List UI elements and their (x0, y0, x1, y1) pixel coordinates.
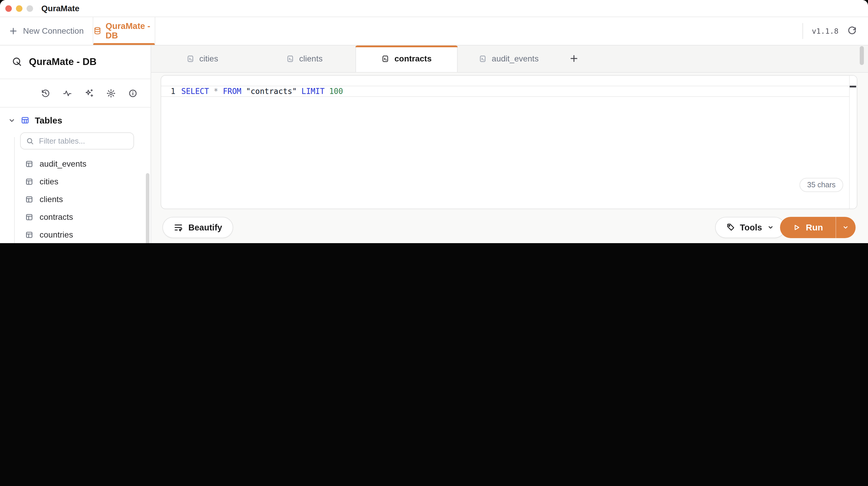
table-name: contracts (39, 212, 73, 222)
table-name: cities (39, 177, 58, 186)
table-list-item[interactable]: contracts (0, 208, 151, 226)
connection-bar: New Connection QuraMate - DB v1.1.8 (0, 17, 868, 45)
window-title: QuraMate (41, 4, 80, 13)
sparkles-icon[interactable] (85, 88, 94, 98)
sidebar: QuraMate - DB (0, 45, 151, 243)
connection-tab-label: QuraMate - DB (105, 22, 154, 40)
sidebar-toolbar (0, 79, 151, 108)
tables-icon (21, 116, 30, 125)
table-icon (25, 195, 34, 204)
query-tab[interactable]: cities (151, 45, 253, 72)
query-tab[interactable]: clients (253, 45, 355, 72)
activity-icon[interactable] (63, 88, 72, 98)
table-list-item[interactable]: cities (0, 173, 151, 190)
char-count-badge: 35 chars (800, 177, 843, 192)
line-number: 1 (161, 87, 181, 96)
add-tab-button[interactable] (569, 54, 579, 63)
minimap-code-mark (850, 85, 856, 87)
query-tab-label: audit_events (492, 54, 539, 63)
close-window-button[interactable] (5, 5, 12, 11)
chevron-down-icon (767, 224, 774, 231)
beautify-button[interactable]: Beautify (162, 217, 233, 238)
wrap-text-icon (174, 223, 183, 232)
editor-active-line: 1 SELECT * FROM "contracts" LIMIT 100 (161, 85, 849, 97)
table-icon (25, 159, 34, 168)
new-connection-button[interactable]: New Connection (0, 17, 92, 45)
query-tabstrip: cities clients contracts (151, 45, 868, 73)
tables-section-header[interactable]: Tables (0, 108, 151, 131)
query-tab-label: clients (299, 54, 322, 63)
main-panel: cities clients contracts (151, 45, 868, 243)
query-tab[interactable]: contracts (355, 45, 458, 72)
app-version: v1.1.8 (812, 27, 838, 35)
table-icon (25, 212, 34, 221)
file-code-icon (186, 55, 194, 63)
file-code-icon (286, 55, 294, 63)
query-tab-label: contracts (395, 54, 432, 63)
tag-icon (726, 223, 735, 232)
play-icon (792, 223, 800, 231)
tables-list: audit_events cities clients (0, 155, 151, 243)
table-name: countries (39, 230, 73, 239)
database-icon (93, 27, 101, 35)
tables-section-label: Tables (35, 115, 62, 125)
tables-filter-input[interactable] (20, 132, 134, 149)
sidebar-header: QuraMate - DB (0, 45, 151, 79)
window-controls (5, 5, 33, 11)
editor-minimap[interactable] (849, 75, 857, 208)
run-label: Run (806, 222, 823, 232)
file-code-icon (381, 55, 389, 63)
table-name: audit_events (39, 159, 87, 168)
zoom-window-button[interactable] (27, 5, 33, 11)
run-options-button[interactable] (836, 217, 855, 238)
table-list-item[interactable]: countries (0, 226, 151, 243)
connection-bar-right: v1.1.8 (802, 17, 868, 45)
run-split-button: Run (780, 217, 855, 238)
new-connection-label: New Connection (23, 26, 84, 36)
window-scrollbar-top[interactable] (860, 46, 864, 65)
table-list-item[interactable]: audit_events (0, 155, 151, 173)
minimize-window-button[interactable] (16, 5, 23, 11)
query-tab-label: cities (199, 54, 218, 63)
refresh-icon[interactable] (847, 26, 857, 36)
tables-filter (20, 132, 134, 149)
connection-name: QuraMate - DB (29, 56, 97, 68)
app-window: QuraMate New Connection QuraMate - DB v1… (0, 0, 868, 243)
divider (802, 23, 803, 39)
tables-tree: Tables audit_events (0, 108, 151, 243)
sidebar-scrollbar[interactable] (146, 173, 149, 243)
tools-label: Tools (740, 223, 762, 232)
beautify-label: Beautify (188, 223, 222, 232)
connection-tab[interactable]: QuraMate - DB (92, 17, 155, 45)
history-icon[interactable] (41, 88, 50, 98)
search-icon (26, 137, 34, 145)
table-icon (25, 230, 34, 239)
app-logo-icon (12, 57, 23, 67)
table-name: clients (39, 194, 63, 204)
plus-icon (9, 27, 18, 35)
sql-code: SELECT * FROM "contracts" LIMIT 100 (181, 87, 343, 96)
info-icon[interactable] (128, 88, 137, 98)
tools-button[interactable]: Tools (715, 217, 785, 238)
chevron-down-icon (8, 117, 16, 124)
sql-editor[interactable]: 1 SELECT * FROM "contracts" LIMIT 100 35… (161, 75, 857, 209)
table-list-item[interactable]: clients (0, 190, 151, 208)
file-code-icon (479, 55, 487, 63)
table-icon (25, 177, 34, 186)
titlebar: QuraMate (0, 0, 868, 17)
run-button[interactable]: Run (780, 217, 835, 238)
query-tab[interactable]: audit_events (458, 45, 560, 72)
gear-icon[interactable] (106, 88, 116, 98)
